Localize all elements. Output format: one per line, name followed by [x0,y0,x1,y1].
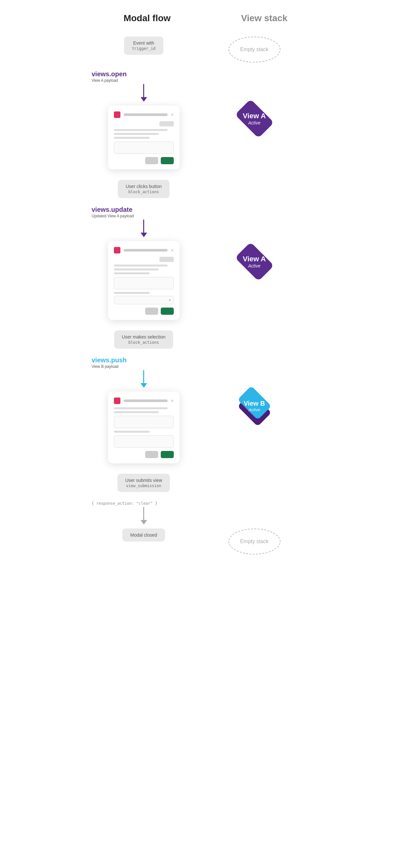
modal-2-line2 [114,269,159,271]
empty-stack-2: Empty stack [229,528,280,555]
view-b-stack: View B Active [227,388,282,430]
modal-3-line3 [114,431,150,433]
empty-stack-label-2: Empty stack [240,538,269,545]
modal-3-line2 [114,411,159,413]
modal-3-input1[interactable] [114,416,174,428]
row-step5: User makes selection block_actions [89,331,323,349]
right-step8 [199,497,310,526]
views-open-label: views.open View A payload [92,70,127,83]
closed-main: Modal closed [130,532,157,537]
left-step9: Modal closed [89,528,199,555]
event-box-closed: Modal closed [122,528,165,541]
modal-2-input[interactable] [114,277,174,289]
event-box-submit: User submits view view_submission [117,474,170,492]
right-step3 [199,180,310,198]
modal-1-close[interactable]: × [171,112,173,117]
event-sub-label: trigger_id [132,46,155,51]
modal-1-submit-btn[interactable] [161,157,174,164]
modal-3-input2[interactable] [114,435,174,448]
api-payload-open: View A payload [92,78,127,83]
arrow-head-update [141,232,147,237]
diamond-label-a-2: View A Active [243,255,266,269]
modal-2: × ▾ [108,241,180,320]
arrow-line-push [143,370,144,383]
api-name-update: views.update [92,206,134,213]
right-step9: Empty stack [199,528,310,555]
modal-2-line4 [114,292,150,294]
submit-sub: view_submission [125,484,162,488]
diamond-label-a-1: View A Active [243,112,266,125]
chevron-down-icon: ▾ [169,298,171,302]
modal-1: × [108,105,180,169]
modal-2-line1 [114,265,168,267]
arrow-head-open [141,97,147,102]
modal-1-small-btn [160,121,174,126]
modal-2-small-btn [160,257,174,262]
left-step4: views.update Updated View A payload × [89,201,199,322]
api-payload-push: View B payload [92,364,127,369]
modal-1-footer [114,157,174,164]
right-step6: View B Active [199,351,310,466]
empty-stack-1: Empty stack [229,36,280,63]
view-a-status-1: Active [243,120,266,125]
modal-2-line3 [114,272,150,274]
clicks-sub: block_actions [126,190,162,194]
view-b-status: Active [227,407,282,412]
modal-2-cancel-btn[interactable] [145,308,158,315]
api-name-push: views.push [92,356,127,364]
selection-sub: block_actions [122,340,166,345]
arrow-head-push [141,383,147,388]
modal-2-title [124,249,168,251]
event-main-label: Event with [132,40,155,45]
views-push-label: views.push View B payload [92,356,127,369]
modal-3-cancel-btn[interactable] [145,451,158,458]
arrow-update [141,220,147,237]
views-update-label: views.update Updated View A payload [92,206,134,218]
row-step8: { response_action: "clear" } [89,497,323,526]
row-step4: views.update Updated View A payload × [89,201,323,322]
modal-1-title [124,114,168,116]
left-step2: views.open View A payload × [89,65,199,172]
modal-1-line1 [114,129,168,131]
modal-2-footer [114,308,174,315]
modal-3-header: × [114,398,174,404]
clicks-main: User clicks button [126,184,162,189]
left-step8: { response_action: "clear" } [89,497,199,526]
modal-3-submit-btn[interactable] [161,451,174,458]
event-box-selection: User makes selection block_actions [114,331,173,349]
modal-3: × [108,392,180,463]
left-step6: views.push View B payload × [89,351,199,466]
row-step7: User submits view view_submission [89,474,323,492]
modal-2-select[interactable]: ▾ [114,296,174,304]
modal-1-header: × [114,112,174,118]
modal-2-close[interactable]: × [171,248,173,253]
stack-label-b: View B Active [227,400,282,412]
response-action-text: { response_action: "clear" } [92,501,158,506]
api-name-open: views.open [92,70,127,78]
row-step1: Event with trigger_id Empty stack [89,36,323,63]
view-a-stack-2: View A Active [229,245,280,278]
arrow-open [141,84,147,102]
modal-2-submit-btn[interactable] [161,308,174,315]
modal-2-icon [114,247,121,253]
modal-3-line1 [114,407,168,409]
left-step5: User makes selection block_actions [89,331,199,349]
modal-1-cancel-btn[interactable] [145,157,158,164]
modal-3-title [124,400,168,402]
view-stack-header: View stack [241,13,288,24]
row-step2: views.open View A payload × [89,65,323,172]
modal-1-input[interactable] [114,142,174,154]
right-step2: View A Active [199,65,310,172]
row-step6: views.push View B payload × [89,351,323,466]
empty-stack-label-1: Empty stack [240,46,269,53]
modal-3-icon [114,398,121,404]
event-box-trigger: Event with trigger_id [124,36,163,55]
row-step9: Modal closed Empty stack [89,528,323,555]
view-a-name-2: View A [243,255,266,263]
arrow-line-update [143,220,144,232]
modal-3-close[interactable]: × [171,398,173,403]
modal-1-line3 [114,137,150,139]
view-a-stack-1: View A Active [229,102,280,135]
right-step5 [199,331,310,349]
view-b-name: View B [227,400,282,407]
